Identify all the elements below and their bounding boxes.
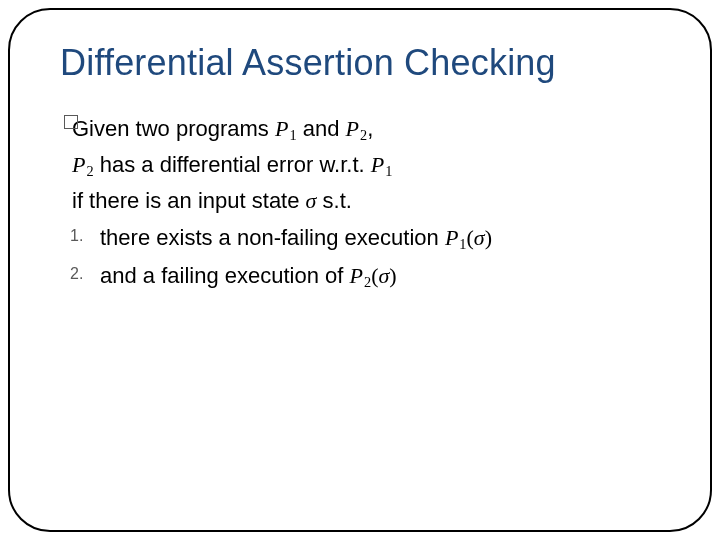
math-sigma: σ	[306, 188, 317, 213]
math-p2b: P	[72, 152, 85, 177]
bullet-icon	[64, 115, 78, 129]
item1-rparen: )	[485, 225, 492, 250]
text-comma: ,	[367, 116, 373, 141]
item2-sub: 2	[363, 274, 371, 290]
item2-text: and a failing execution of	[100, 263, 350, 288]
body-line-3: if there is an input state σ s.t.	[66, 184, 650, 217]
math-p1b: P	[371, 152, 384, 177]
item1-lparen: (	[466, 225, 473, 250]
math-p1: P	[275, 116, 288, 141]
math-sub1: 1	[288, 127, 296, 143]
item1-P: P	[445, 225, 458, 250]
body-line-2: P2 has a differential error w.r.t. P1	[66, 148, 650, 182]
slide-title: Differential Assertion Checking	[60, 42, 556, 84]
text-st: s.t.	[316, 188, 351, 213]
item2-rparen: )	[389, 263, 396, 288]
ordered-list: 1. there exists a non-failing execution …	[66, 221, 650, 293]
text-and: and	[297, 116, 346, 141]
item1-sigma: σ	[474, 225, 485, 250]
math-sub2: 2	[359, 127, 367, 143]
item2-sigma: σ	[378, 263, 389, 288]
list-number-2: 2.	[70, 262, 83, 286]
text-has-diff: has a differential error w.r.t.	[94, 152, 371, 177]
math-p2: P	[346, 116, 359, 141]
math-sub1b: 1	[384, 163, 392, 179]
list-item-2: 2. and a failing execution of P2(σ)	[66, 259, 650, 293]
list-item-1: 1. there exists a non-failing execution …	[66, 221, 650, 255]
item2-P: P	[350, 263, 363, 288]
list-number-1: 1.	[70, 224, 83, 248]
math-sub2b: 2	[85, 163, 93, 179]
slide-body: Given two programs P1 and P2, P2 has a d…	[66, 112, 650, 293]
text-given: Given two programs	[72, 116, 275, 141]
slide: Differential Assertion Checking Given tw…	[0, 0, 720, 540]
text-if-input: if there is an input state	[72, 188, 306, 213]
body-line-1: Given two programs P1 and P2,	[66, 112, 650, 146]
item1-text: there exists a non-failing execution	[100, 225, 445, 250]
